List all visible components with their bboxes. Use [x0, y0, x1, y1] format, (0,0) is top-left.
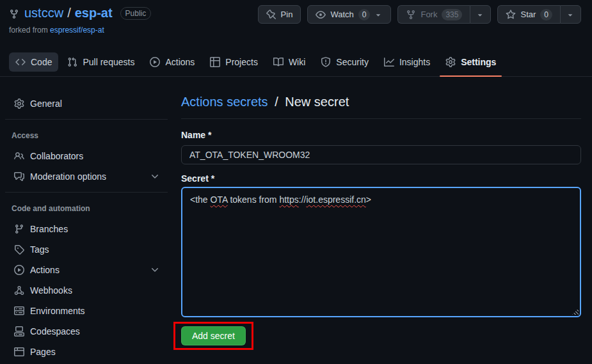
tab-settings[interactable]: Settings — [439, 52, 502, 72]
fork-dropdown-button[interactable] — [470, 5, 491, 24]
tab-projects[interactable]: Projects — [204, 52, 264, 72]
star-split-button: Star 0 — [497, 5, 581, 24]
secret-text-misspelled: https — [279, 194, 298, 205]
annotation-highlight-box: Add secret — [173, 322, 253, 350]
forked-from-text: forked from — [9, 26, 48, 35]
repo-action-buttons: Pin Watch 0 Fork 335 — [258, 5, 581, 24]
secret-text: :// — [299, 194, 307, 205]
tab-label: Wiki — [289, 57, 305, 67]
add-secret-button[interactable]: Add secret — [181, 326, 246, 345]
sidebar-item-label: General — [30, 99, 62, 109]
tab-security[interactable]: Security — [314, 52, 375, 72]
page-title: New secret — [285, 95, 349, 109]
repo-forked-icon — [406, 10, 416, 20]
new-secret-panel: Actions secrets / New secret Name * Secr… — [181, 77, 581, 350]
sidebar-item-general[interactable]: General — [0, 93, 173, 114]
tab-label: Pull requests — [83, 57, 134, 67]
star-count-badge: 0 — [540, 9, 552, 20]
watch-button[interactable]: Watch 0 — [307, 5, 391, 24]
play-circle-icon — [150, 57, 160, 67]
star-button[interactable]: Star 0 — [497, 5, 560, 24]
sidebar-item-label: Actions — [30, 265, 60, 275]
sidebar-item-actions[interactable]: Actions — [0, 260, 173, 280]
tab-code[interactable]: Code — [9, 52, 58, 72]
tab-label: Projects — [225, 57, 258, 67]
pin-button-label: Pin — [281, 10, 293, 19]
triangle-down-icon — [566, 10, 575, 19]
fork-button-label: Fork — [420, 10, 437, 19]
sidebar-item-label: Codespaces — [30, 326, 80, 336]
actions-secrets-link[interactable]: Actions secrets — [181, 95, 268, 109]
star-button-label: Star — [520, 10, 536, 19]
codespaces-icon — [14, 326, 24, 336]
play-circle-icon — [14, 265, 24, 275]
git-pull-request-icon — [67, 57, 77, 67]
fork-button[interactable]: Fork 335 — [397, 5, 470, 24]
forked-from-link[interactable]: espressif/esp-at — [50, 26, 104, 35]
tab-wiki[interactable]: Wiki — [267, 52, 312, 72]
tab-label: Insights — [399, 57, 430, 67]
tab-actions[interactable]: Actions — [143, 52, 201, 72]
triangle-down-icon — [476, 10, 484, 19]
pin-button[interactable]: Pin — [258, 5, 301, 24]
sidebar-item-branches[interactable]: Branches — [0, 219, 173, 239]
git-branch-icon — [14, 224, 24, 234]
secret-field-label: Secret * — [181, 173, 581, 184]
sidebar-item-label: Environments — [30, 306, 85, 316]
sidebar-section-header-code-automation: Code and automation — [0, 193, 173, 219]
secret-name-input[interactable] — [181, 145, 581, 164]
repo-forked-icon — [9, 9, 19, 19]
sidebar-item-pages[interactable]: Pages — [0, 342, 173, 362]
sidebar-item-codespaces[interactable]: Codespaces — [0, 321, 173, 342]
browser-icon — [14, 347, 24, 357]
sidebar-item-environments[interactable]: Environments — [0, 301, 173, 321]
watch-count-badge: 0 — [358, 9, 371, 20]
sidebar-section-header-access: Access — [0, 120, 173, 146]
secret-text-misspelled: OTA — [211, 194, 228, 205]
sidebar-item-tags[interactable]: Tags — [0, 239, 173, 260]
tab-pull-requests[interactable]: Pull requests — [61, 52, 141, 72]
secret-text: <the — [190, 194, 211, 205]
tab-insights[interactable]: Insights — [378, 52, 436, 72]
shield-icon — [321, 57, 331, 67]
repo-name-link[interactable]: esp-at — [75, 6, 113, 20]
graph-icon — [384, 57, 394, 67]
repo-separator: / — [67, 6, 71, 20]
secret-value-textarea[interactable]: <the OTA tokens from https://iot.espress… — [181, 187, 581, 317]
forked-from: forked from espressif/esp-at — [9, 26, 104, 35]
repo-header: ustccw / esp-at Public forked from espre… — [0, 0, 592, 47]
tab-label: Security — [336, 57, 369, 67]
resize-grip-icon[interactable] — [572, 308, 579, 315]
repo-owner-link[interactable]: ustccw — [24, 6, 63, 20]
book-icon — [273, 57, 284, 67]
tab-label: Actions — [165, 57, 195, 67]
eye-icon — [316, 10, 326, 20]
sidebar-item-collaborators[interactable]: Collaborators — [0, 146, 173, 166]
secret-text: > — [366, 194, 371, 205]
sidebar-item-webhooks[interactable]: Webhooks — [0, 280, 173, 301]
code-icon — [15, 57, 26, 67]
secret-text-misspelled: iot.espressif.cn — [306, 194, 365, 205]
breadcrumb-separator: / — [275, 95, 278, 109]
tab-label: Code — [31, 57, 52, 67]
tag-icon — [14, 244, 24, 255]
chevron-down-icon — [150, 171, 160, 182]
fork-count-badge: 335 — [442, 9, 462, 20]
watch-button-label: Watch — [330, 10, 353, 19]
star-dropdown-button[interactable] — [560, 5, 581, 24]
tab-label: Settings — [461, 57, 496, 67]
people-icon — [14, 151, 24, 161]
repo-tab-nav: Code Pull requests Actions Projects Wiki… — [0, 47, 592, 77]
gear-icon — [445, 57, 456, 67]
sidebar-item-label: Branches — [30, 224, 68, 234]
webhook-icon — [14, 285, 24, 296]
visibility-badge: Public — [120, 7, 152, 20]
gear-icon — [14, 99, 24, 109]
repo-title: ustccw / esp-at — [24, 6, 113, 20]
sidebar-item-moderation-options[interactable]: Moderation options — [0, 166, 173, 187]
name-field-label: Name * — [181, 130, 581, 140]
star-icon — [506, 10, 516, 20]
content-divider — [181, 118, 581, 119]
pin-icon — [266, 10, 276, 20]
sidebar-item-label: Webhooks — [30, 285, 72, 296]
